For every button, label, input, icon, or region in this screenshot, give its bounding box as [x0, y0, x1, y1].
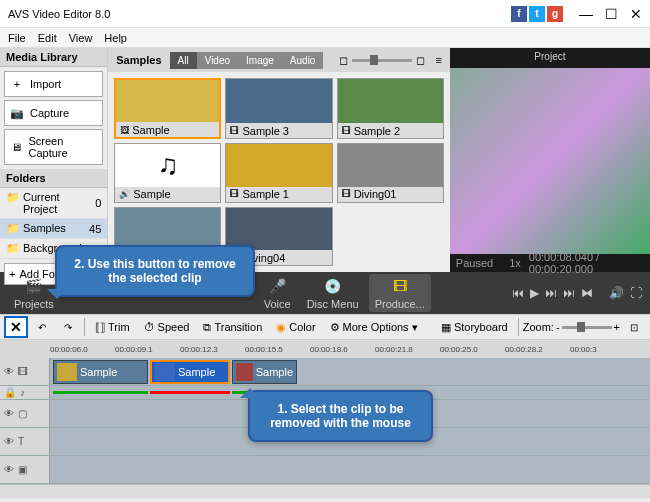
color-button[interactable]: ◉Color: [270, 318, 321, 337]
media-thumbnail[interactable]: 🎞Sample 3: [225, 78, 332, 139]
filter-tab[interactable]: All: [170, 52, 197, 69]
folder-row[interactable]: 📁Samples45: [0, 219, 107, 239]
transition-icon: ⧉: [203, 321, 211, 334]
disc-icon: 💿: [323, 276, 343, 296]
produce-button[interactable]: 🎞Produce...: [369, 274, 431, 312]
clip-label: Sample: [80, 366, 117, 378]
fullscreen-button[interactable]: ⛶: [630, 286, 642, 300]
next-frame-button[interactable]: ⏭: [545, 286, 557, 300]
more-options-button[interactable]: ⚙More Options▾: [324, 318, 424, 337]
folder-icon: 📁: [6, 191, 20, 215]
horizontal-scrollbar[interactable]: [0, 484, 650, 498]
sort-icon[interactable]: ≡: [435, 54, 441, 66]
filter-tab[interactable]: Audio: [282, 52, 324, 69]
mic-icon: 🎤: [267, 276, 287, 296]
thumb-zoom-slider[interactable]: [352, 59, 412, 62]
split-button[interactable]: ⧓: [581, 286, 593, 300]
color-icon: ◉: [276, 321, 286, 334]
next-button[interactable]: ⏭: [563, 286, 575, 300]
chevron-down-icon: ▾: [412, 321, 418, 334]
storyboard-button[interactable]: ▦Storyboard: [435, 318, 514, 337]
facebook-icon[interactable]: f: [511, 6, 527, 22]
media-thumbnail[interactable]: 🎞Sample 1: [225, 143, 332, 202]
window-title: AVS Video Editor 8.0: [8, 8, 511, 20]
playback-time: 00:00:08.040 / 00:00:20.000: [529, 251, 644, 275]
fit-button[interactable]: ⊡: [622, 316, 646, 338]
transition-label: Transition: [214, 321, 262, 333]
ruler-tick: 00:00:25.0: [440, 345, 505, 354]
overlay-track[interactable]: [50, 456, 650, 483]
ruler-tick: 00:00:18.6: [310, 345, 375, 354]
filter-tab[interactable]: Image: [238, 52, 282, 69]
thumb-label: Sample 3: [242, 125, 288, 137]
close-button[interactable]: ✕: [630, 6, 642, 22]
lock-icon[interactable]: 🔒: [4, 387, 16, 398]
video-track[interactable]: SampleSampleSample: [50, 358, 650, 385]
transition-button[interactable]: ⧉Transition: [197, 318, 268, 337]
timeline-clip[interactable]: Sample: [53, 360, 148, 384]
project-header: Project: [450, 48, 650, 68]
film-icon: 🎬: [24, 276, 44, 296]
eye-icon[interactable]: 👁: [4, 408, 14, 419]
storyboard-icon: ▦: [441, 321, 451, 334]
capture-button[interactable]: 📷Capture: [4, 100, 103, 126]
menu-file[interactable]: File: [8, 32, 26, 44]
vid-icon: 🎞: [230, 126, 239, 136]
eye-icon[interactable]: 👁: [4, 436, 14, 447]
media-thumbnail[interactable]: 🎞Sample 2: [337, 78, 444, 139]
produce-icon: 🎞: [390, 276, 410, 296]
sliders-icon: ⚙: [330, 321, 340, 334]
menu-view[interactable]: View: [69, 32, 93, 44]
audio-icon: ♪: [20, 387, 25, 398]
media-thumbnail[interactable]: ♫🔊Sample: [114, 143, 221, 202]
delete-clip-button[interactable]: ✕: [4, 316, 28, 338]
more-label: More Options: [343, 321, 409, 333]
audio-clip[interactable]: [150, 391, 230, 394]
disc-menu-button[interactable]: 💿Disc Menu: [301, 274, 365, 312]
social-links: f t g: [511, 6, 563, 22]
zoom-out-button[interactable]: -: [556, 321, 560, 333]
ruler-tick: 00:00:06.0: [50, 345, 115, 354]
speed-label: Speed: [158, 321, 190, 333]
media-thumbnail[interactable]: 🖼Sample: [114, 78, 221, 139]
ruler-tick: 00:00:09.1: [115, 345, 180, 354]
ruler-tick: 00:00:12.3: [180, 345, 245, 354]
media-thumbnail[interactable]: 🎞Diving01: [337, 143, 444, 202]
timeline-zoom-slider[interactable]: [562, 326, 612, 329]
menubar: File Edit View Help: [0, 28, 650, 48]
voice-button[interactable]: 🎤Voice: [258, 274, 297, 312]
trim-button[interactable]: ⟦⟧Trim: [89, 318, 136, 337]
redo-button[interactable]: ↷: [56, 316, 80, 338]
undo-button[interactable]: ↶: [30, 316, 54, 338]
menu-help[interactable]: Help: [104, 32, 127, 44]
preview-viewport[interactable]: [450, 68, 650, 254]
screencap-label: Screen Capture: [29, 135, 98, 159]
timeline-clip[interactable]: Sample: [150, 360, 230, 384]
eye-icon[interactable]: 👁: [4, 464, 14, 475]
thumb-label: Sample 1: [242, 188, 288, 200]
screen-capture-button[interactable]: 🖥Screen Capture: [4, 129, 103, 165]
text-icon: T: [18, 436, 24, 447]
import-button[interactable]: +Import: [4, 71, 103, 97]
maximize-button[interactable]: ☐: [605, 6, 618, 22]
zoom-in-icon[interactable]: ◻: [416, 54, 425, 67]
google-icon[interactable]: g: [547, 6, 563, 22]
zoom-out-icon[interactable]: ◻: [339, 54, 348, 67]
time-ruler[interactable]: 00:00:06.000:00:09.100:00:12.300:00:15.5…: [0, 340, 650, 358]
voice-label: Voice: [264, 298, 291, 310]
zoom-in-button[interactable]: +: [614, 321, 620, 333]
twitter-icon[interactable]: t: [529, 6, 545, 22]
storyboard-label: Storyboard: [454, 321, 508, 333]
minimize-button[interactable]: —: [579, 6, 593, 22]
filter-tab[interactable]: Video: [197, 52, 238, 69]
mute-button[interactable]: 🔊: [609, 286, 624, 300]
vid-icon: 🎞: [342, 189, 351, 199]
speed-button[interactable]: ⏱Speed: [138, 318, 196, 336]
ruler-tick: 00:00:21.8: [375, 345, 440, 354]
menu-edit[interactable]: Edit: [38, 32, 57, 44]
eye-icon[interactable]: 👁: [4, 366, 14, 377]
play-button[interactable]: ▶: [530, 286, 539, 300]
audio-clip[interactable]: [53, 391, 148, 394]
folder-row[interactable]: 📁Current Project0: [0, 188, 107, 219]
prev-button[interactable]: ⏮: [512, 286, 524, 300]
